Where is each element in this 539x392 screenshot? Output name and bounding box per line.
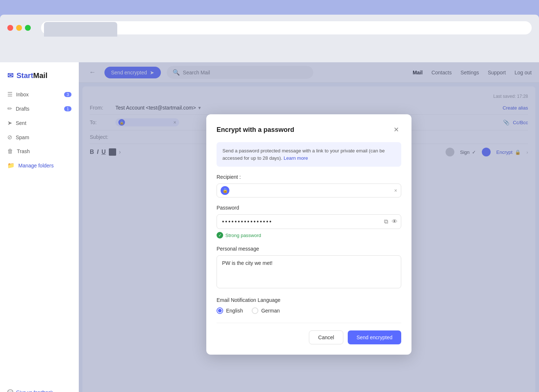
browser-tab	[44, 22, 117, 37]
sidebar-item-inbox[interactable]: ☰ Inbox 3	[0, 87, 79, 101]
strength-check-icon: ✓	[217, 232, 223, 238]
sidebar-item-drafts[interactable]: ✏ Drafts 1	[0, 101, 79, 116]
password-field-wrapper: ⧉ 👁	[217, 214, 401, 229]
personal-message-label: Personal message	[217, 246, 401, 252]
main-content: ← Send encrypted ➤ 🔍 Mail Contacts Setti…	[79, 62, 539, 392]
maximize-window-button[interactable]	[25, 25, 31, 31]
sidebar-footer: 💬 Give us feedback	[0, 384, 79, 392]
manage-folders-label: Manage folders	[18, 163, 54, 169]
sent-icon: ➤	[7, 119, 12, 126]
logo: ✉ StartMail	[0, 68, 79, 87]
strength-label: Strong password	[225, 233, 261, 238]
feedback-label: Give us feedback	[16, 389, 53, 392]
recipient-label: Recipient :	[217, 174, 401, 180]
recipient-input[interactable]	[232, 188, 391, 193]
spam-label: Spam	[16, 134, 29, 140]
drafts-icon: ✏	[7, 105, 12, 112]
english-radio[interactable]	[217, 307, 223, 314]
sidebar-item-manage-folders[interactable]: 📁 Manage folders	[0, 158, 79, 173]
logo-start: Start	[16, 71, 33, 79]
email-notification-lang-label: Email Notification Language	[217, 297, 401, 303]
password-actions: ⧉ 👁	[384, 218, 398, 225]
recipient-field: 🔒 ×	[217, 184, 401, 197]
english-label: English	[226, 308, 243, 314]
minimize-window-button[interactable]	[16, 25, 22, 31]
close-window-button[interactable]	[7, 25, 13, 31]
sidebar-item-trash[interactable]: 🗑 Trash	[0, 144, 79, 158]
inbox-badge: 3	[64, 92, 71, 97]
inbox-label: Inbox	[16, 92, 29, 97]
lang-english-option[interactable]: English	[217, 307, 243, 314]
copy-password-button[interactable]: ⧉	[384, 218, 388, 225]
encrypt-modal: Encrypt with a password ✕ Send a passwor…	[206, 114, 411, 355]
german-radio[interactable]	[252, 307, 258, 314]
info-box: Send a password protected message with a…	[217, 142, 401, 167]
personal-message-input[interactable]: PW is the city we met!	[217, 255, 401, 288]
drafts-label: Drafts	[16, 106, 29, 112]
trash-label: Trash	[17, 148, 30, 154]
inbox-icon: ☰	[7, 91, 12, 98]
show-password-button[interactable]: 👁	[392, 218, 398, 225]
language-radio-group: English German	[217, 307, 401, 314]
modal-header: Encrypt with a password ✕	[217, 125, 401, 135]
app-container: ✉ StartMail ☰ Inbox 3 ✏ Drafts 1 ➤ Sent …	[0, 62, 539, 392]
logo-text: StartMail	[16, 71, 47, 80]
drafts-badge: 1	[64, 106, 71, 111]
password-input[interactable]	[217, 214, 401, 229]
trash-icon: 🗑	[7, 148, 13, 155]
sidebar-item-spam[interactable]: ⊘ Spam	[0, 130, 79, 144]
sidebar-item-sent[interactable]: ➤ Sent	[0, 116, 79, 130]
learn-more-link[interactable]: Learn more	[284, 155, 308, 161]
feedback-icon: 💬	[7, 389, 13, 392]
sidebar: ✉ StartMail ☰ Inbox 3 ✏ Drafts 1 ➤ Sent …	[0, 62, 79, 392]
send-encrypted-modal-button[interactable]: Send encrypted	[348, 330, 401, 344]
folder-icon: 📁	[7, 162, 15, 169]
cancel-button[interactable]: Cancel	[309, 330, 343, 344]
sent-label: Sent	[16, 120, 26, 126]
recipient-lock-circle: 🔒	[221, 186, 229, 195]
remove-recipient-modal-button[interactable]: ×	[394, 188, 397, 193]
modal-footer: Cancel Send encrypted	[217, 323, 401, 344]
password-label: Password	[217, 205, 401, 211]
mail-icon: ✉	[7, 71, 14, 80]
logo-mail: Mail	[33, 71, 48, 79]
spam-icon: ⊘	[7, 134, 12, 141]
modal-close-button[interactable]: ✕	[391, 125, 401, 135]
feedback-link[interactable]: 💬 Give us feedback	[7, 389, 71, 392]
browser-chrome	[0, 15, 539, 62]
lang-german-option[interactable]: German	[252, 307, 280, 314]
password-strength-indicator: ✓ Strong password	[217, 232, 401, 238]
modal-title: Encrypt with a password	[217, 126, 294, 134]
german-label: German	[261, 308, 280, 314]
